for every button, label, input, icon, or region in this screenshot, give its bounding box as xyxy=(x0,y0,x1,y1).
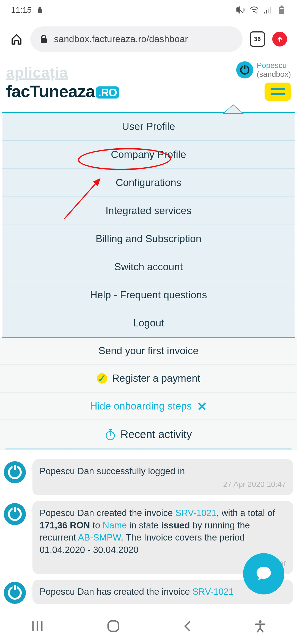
svg-rect-1 xyxy=(264,12,265,13)
menu-billing-subscription[interactable]: Billing and Subscription xyxy=(2,225,295,253)
svg-rect-11 xyxy=(108,621,119,631)
stopwatch-icon xyxy=(105,429,116,441)
power-icon xyxy=(236,61,253,78)
invoice-link[interactable]: SRV-1021 xyxy=(193,586,234,597)
activity-bubble: Popescu Dan successfully logged in 27 Ap… xyxy=(32,459,293,495)
system-navbar xyxy=(0,609,297,644)
onboard-send-invoice[interactable]: Send your first invoice xyxy=(0,337,297,365)
onboarding-section: Send your first invoice ✓ Register a pay… xyxy=(0,337,297,644)
menu-user-profile[interactable]: User Profile xyxy=(2,113,295,141)
name-link[interactable]: Name xyxy=(103,520,127,530)
statusbar: 11:15 ⇅ xyxy=(0,0,297,20)
home-nav-icon[interactable] xyxy=(106,619,120,634)
avatar xyxy=(4,503,26,525)
status-clock: 11:15 xyxy=(11,5,32,15)
svg-rect-8 xyxy=(41,38,47,43)
hamburger-icon[interactable] xyxy=(265,83,291,101)
onboard-register-payment[interactable]: ✓ Register a payment xyxy=(0,365,297,392)
user-name: Popescu (sandbox) xyxy=(257,61,291,79)
menu-help[interactable]: Help - Frequent questions xyxy=(2,281,295,309)
signal-icon xyxy=(263,6,272,14)
lock-icon xyxy=(40,35,47,43)
dropdown-arrow-icon xyxy=(224,105,243,113)
menu-switch-account[interactable]: Switch account xyxy=(2,253,295,281)
menu-logout[interactable]: Logout xyxy=(2,309,295,337)
battery-icon xyxy=(277,6,286,14)
activity-item: Popescu Dan successfully logged in 27 Ap… xyxy=(4,459,293,495)
mute-vibrate-icon xyxy=(236,6,245,14)
recent-activity-header: Recent activity xyxy=(0,420,297,446)
account-dropdown: User Profile Company Profile Configurati… xyxy=(2,112,295,338)
svg-rect-3 xyxy=(268,9,269,13)
activity-date: 27 Apr 2020 10:47 xyxy=(40,479,286,490)
invoice-link[interactable]: SRV-1021 xyxy=(175,508,216,518)
svg-text:⇅: ⇅ xyxy=(255,12,257,13)
url-text: sandbox.factureaza.ro/dashboar xyxy=(54,34,188,44)
user-chip[interactable]: Popescu (sandbox) xyxy=(236,61,291,79)
menu-company-profile[interactable]: Company Profile xyxy=(2,141,295,169)
address-bar[interactable]: sandbox.factureaza.ro/dashboar xyxy=(30,26,243,52)
recents-icon[interactable] xyxy=(31,621,43,633)
check-icon: ✓ xyxy=(97,373,107,384)
chat-fab[interactable] xyxy=(243,553,284,594)
logo-main: facTuneaza.RO xyxy=(6,81,291,101)
svg-rect-6 xyxy=(280,6,283,7)
accessibility-icon[interactable] xyxy=(255,620,266,634)
status-app-icon xyxy=(35,6,44,14)
menu-configurations[interactable]: Configurations xyxy=(2,169,295,197)
recurrent-link[interactable]: AB-SMPW xyxy=(78,532,121,542)
menu-integrated-services[interactable]: Integrated services xyxy=(2,197,295,225)
avatar xyxy=(4,582,26,604)
back-icon[interactable] xyxy=(183,620,192,633)
tab-count-button[interactable]: 36 xyxy=(250,31,265,47)
wifi-icon: ⇅ xyxy=(250,6,258,14)
svg-rect-2 xyxy=(266,10,267,13)
svg-point-12 xyxy=(259,620,262,623)
close-icon: ✕ xyxy=(197,399,207,413)
svg-rect-4 xyxy=(270,7,271,13)
home-icon[interactable] xyxy=(10,32,23,46)
browser-bar: sandbox.factureaza.ro/dashboar 36 xyxy=(0,20,297,58)
app-header: aplicația facTuneaza.RO Popescu (sandbox… xyxy=(0,58,297,97)
svg-rect-7 xyxy=(280,8,284,9)
avatar xyxy=(4,461,26,483)
update-icon[interactable] xyxy=(272,32,287,47)
hide-onboarding[interactable]: Hide onboarding steps ✕ xyxy=(0,392,297,420)
chat-icon xyxy=(254,564,274,584)
